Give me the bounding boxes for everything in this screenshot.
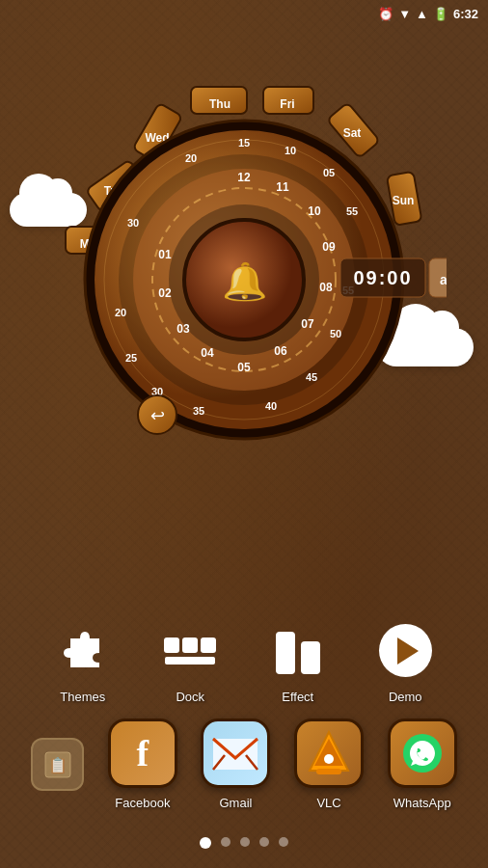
svg-rect-55 (276, 632, 295, 674)
svg-text:35: 35 (193, 405, 204, 417)
svg-text:09:00: 09:00 (353, 267, 412, 288)
svg-text:02: 02 (158, 286, 172, 300)
whatsapp-label: WhatsApp (393, 796, 451, 810)
svg-text:20: 20 (185, 152, 197, 164)
dock-label: Dock (176, 690, 204, 704)
svg-text:05: 05 (237, 361, 251, 374)
dot-5[interactable] (279, 837, 288, 847)
svg-text:08: 08 (319, 281, 333, 294)
svg-text:12: 12 (237, 171, 251, 184)
svg-text:45: 45 (306, 371, 317, 383)
app-item-facebook[interactable]: f Facebook (108, 719, 177, 810)
folder-icon: 📋 (31, 738, 84, 791)
svg-text:am: am (440, 272, 447, 287)
effect-icon (266, 619, 329, 682)
clock-widget: Mon Tue Wed Thu Fri Sat Sun (41, 39, 447, 457)
app-item-effect[interactable]: Effect (266, 619, 329, 704)
page-dots (0, 837, 488, 849)
facebook-icon: f (108, 719, 177, 788)
effect-label: Effect (282, 690, 313, 704)
dock-icon (159, 619, 222, 682)
svg-rect-64 (316, 769, 341, 774)
svg-text:55: 55 (346, 205, 358, 217)
app-item-whatsapp[interactable]: WhatsApp (388, 719, 457, 810)
gmail-icon (201, 719, 270, 788)
app-grid: Themes Dock Effect (0, 619, 488, 704)
svg-text:07: 07 (301, 317, 314, 331)
svg-text:Sat: Sat (343, 126, 362, 140)
svg-text:04: 04 (201, 346, 214, 360)
svg-text:09: 09 (322, 240, 336, 254)
svg-text:50: 50 (330, 328, 341, 339)
svg-text:10: 10 (308, 204, 321, 218)
svg-text:30: 30 (127, 217, 139, 229)
app-item-gmail[interactable]: Gmail (201, 719, 270, 810)
svg-text:Sun: Sun (393, 194, 415, 207)
app-item-vlc[interactable]: VLC (294, 719, 364, 810)
svg-text:20: 20 (115, 307, 126, 318)
dot-4[interactable] (259, 837, 269, 847)
vlc-label: VLC (316, 796, 340, 810)
app-item-dock[interactable]: Dock (159, 619, 222, 704)
battery-icon: 🔋 (433, 7, 448, 21)
status-icons: ⏰ ▼ ▲ 🔋 6:32 (378, 7, 478, 21)
svg-text:05: 05 (323, 167, 335, 178)
themes-icon (51, 619, 114, 682)
svg-text:10: 10 (285, 145, 296, 156)
app-item-folder[interactable]: 📋 (31, 738, 84, 791)
svg-text:↩: ↩ (150, 406, 165, 425)
svg-text:15: 15 (238, 137, 250, 149)
whatsapp-icon (388, 719, 457, 788)
status-bar: ⏰ ▼ ▲ 🔋 6:32 (0, 0, 488, 27)
dot-1[interactable] (200, 837, 211, 849)
svg-text:🔔: 🔔 (222, 259, 268, 304)
svg-rect-56 (301, 641, 320, 674)
svg-text:Thu: Thu (209, 97, 230, 111)
facebook-label: Facebook (115, 796, 170, 810)
svg-text:06: 06 (274, 344, 287, 358)
dot-2[interactable] (221, 837, 230, 847)
svg-text:40: 40 (265, 400, 277, 412)
app-item-demo[interactable]: Demo (374, 619, 437, 704)
bottom-apps: 📋 f Facebook Gmail (0, 719, 488, 810)
svg-text:📋: 📋 (48, 756, 68, 774)
demo-label: Demo (389, 690, 422, 704)
gmail-label: Gmail (220, 796, 253, 810)
signal-icon: ▲ (416, 7, 428, 21)
svg-text:11: 11 (276, 180, 289, 194)
svg-point-65 (324, 754, 334, 764)
demo-icon (374, 619, 437, 682)
svg-text:03: 03 (176, 322, 190, 336)
svg-text:25: 25 (125, 352, 137, 364)
themes-label: Themes (60, 690, 105, 704)
wifi-icon: ▼ (398, 7, 411, 21)
vlc-icon (294, 719, 364, 788)
svg-text:01: 01 (158, 248, 172, 261)
dot-3[interactable] (240, 837, 250, 847)
alarm-icon: ⏰ (378, 7, 393, 21)
app-item-themes[interactable]: Themes (51, 619, 114, 704)
svg-text:Fri: Fri (280, 97, 294, 111)
time-display: 6:32 (453, 7, 478, 21)
